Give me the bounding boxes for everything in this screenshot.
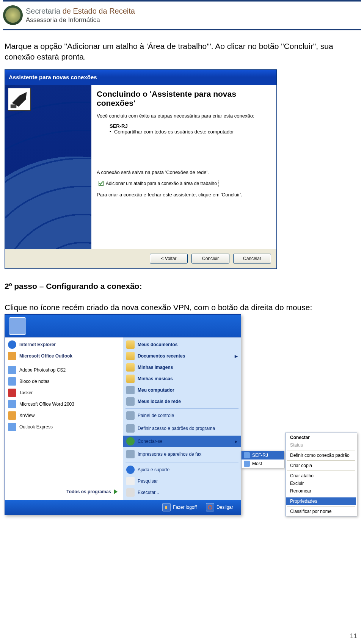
connect-flyout: SEF-RJ Most <box>241 451 284 468</box>
folder-icon <box>126 363 135 372</box>
sm-item-word[interactable]: Microsoft Office Word 2003 <box>5 398 123 410</box>
sm-item-printers[interactable]: Impressoras e aparelhos de fax <box>123 447 241 461</box>
ctx-copy[interactable]: Criar cópia <box>286 462 356 469</box>
sm-item-mymusic[interactable]: Minhas músicas <box>123 373 241 384</box>
sm-item-run[interactable]: Executar... <box>123 487 241 498</box>
folder-icon <box>126 375 135 383</box>
wizard-checkbox-label: Adicionar um atalho para a conexão à áre… <box>106 181 217 186</box>
notepad-icon <box>8 377 16 386</box>
ctx-connect[interactable]: Conectar <box>286 434 356 441</box>
cancel-button[interactable]: Cancelar <box>233 254 271 263</box>
ctx-sort[interactable]: Classificar por nome <box>286 508 356 515</box>
run-icon <box>126 488 135 497</box>
wizard-title: Assistente para novas conexões <box>9 74 97 80</box>
computer-icon <box>126 386 135 394</box>
tasker-icon <box>8 389 16 397</box>
finish-button[interactable]: Concluir <box>191 254 229 263</box>
ctx-status: Status <box>286 441 356 449</box>
sm-item-connect[interactable]: Conectar-se▶ <box>123 436 241 447</box>
start-menu-header <box>5 315 241 337</box>
step-heading: 2º passo – Configurando a conexão: <box>0 269 364 295</box>
wizard-p2: A conexão será salva na pasta 'Conexões … <box>97 169 268 176</box>
word-icon <box>8 400 16 408</box>
sm-item-network[interactable]: Meus locais de rede <box>123 396 241 407</box>
sm-item-mydocs[interactable]: Meus documentos <box>123 339 241 350</box>
xnview-icon <box>8 411 16 420</box>
control-panel-icon <box>126 411 135 420</box>
back-button[interactable]: < Voltar <box>150 254 188 263</box>
sm-item-outlookexpress[interactable]: Outlook Express <box>5 421 123 433</box>
state-emblem-icon <box>3 5 23 25</box>
outlookexpress-icon <box>8 423 16 431</box>
sm-item-controlpanel[interactable]: Painel de controle <box>123 410 241 421</box>
sm-item-help[interactable]: Ajuda e suporte <box>123 464 241 475</box>
ctx-rename[interactable]: Renomear <box>286 487 356 495</box>
ctx-delete[interactable]: Excluir <box>286 480 356 487</box>
context-menu: Conectar Status Definir como conexão pad… <box>285 433 357 516</box>
wizard-checkbox-row[interactable]: Adicionar um atalho para a conexão à áre… <box>97 180 219 187</box>
flyout-item-sefrj[interactable]: SEF-RJ <box>242 451 284 460</box>
start-menu: Internet Explorer Microsoft Office Outlo… <box>5 314 241 515</box>
wizard-footer: < Voltar Concluir Cancelar <box>5 249 276 268</box>
network-icon <box>126 397 135 406</box>
help-icon <box>126 466 135 474</box>
page-number: 11 <box>350 632 357 640</box>
logoff-icon <box>162 503 171 511</box>
header-line2: Assessoria de Informática <box>26 16 135 24</box>
connect-icon <box>126 437 135 445</box>
chevron-right-icon: ▶ <box>235 354 238 358</box>
start-menu-footer: Fazer logoff Desligar <box>5 500 241 515</box>
folder-icon <box>126 340 135 349</box>
header-line1: Secretaria de Estado da Receita <box>26 6 135 16</box>
sm-item-recentdocs[interactable]: Documentos recentes▶ <box>123 350 241 362</box>
shutdown-icon <box>206 503 214 511</box>
triangle-right-icon <box>114 489 118 494</box>
sm-item-myimages[interactable]: Minhas imagens <box>123 362 241 373</box>
wizard-side-graphic <box>5 85 91 249</box>
svg-rect-1 <box>11 104 16 108</box>
sm-item-tasker[interactable]: Tasker <box>5 387 123 398</box>
sm-item-ie[interactable]: Internet Explorer <box>5 339 123 350</box>
start-menu-left-column: Internet Explorer Microsoft Office Outlo… <box>5 337 123 500</box>
instruction-para-1: Marque a opção "Adicionar um atalho à 'Á… <box>0 30 364 69</box>
logoff-button[interactable]: Fazer logoff <box>162 503 197 511</box>
vpn-icon <box>244 461 250 467</box>
vpn-icon <box>244 452 250 458</box>
outlook-icon <box>8 352 16 360</box>
wizard-title-bar: Assistente para novas conexões <box>5 70 276 85</box>
sm-item-xnview[interactable]: XnView <box>5 410 123 421</box>
checkbox-checked-icon[interactable] <box>99 181 104 186</box>
sm-all-programs[interactable]: Todos os programas <box>5 485 123 498</box>
program-access-icon <box>126 424 135 433</box>
sm-item-photoshop[interactable]: Adobe Photoshop CS2 <box>5 364 123 376</box>
ctx-properties[interactable]: Propriedades <box>286 497 356 505</box>
sm-item-search[interactable]: Pesquisar <box>123 475 241 487</box>
document-header: Secretaria de Estado da Receita Assessor… <box>0 3 364 27</box>
sm-item-mycomputer[interactable]: Meu computador <box>123 384 241 396</box>
wizard-dialog: Assistente para novas conexões Concluind… <box>5 69 277 269</box>
instruction-para-2: Clique no ícone recém criado da nova con… <box>0 295 364 314</box>
sm-item-programaccess[interactable]: Definir acesso e padrões do programa <box>123 421 241 436</box>
wizard-p1: Você concluiu com êxito as etapas necess… <box>97 113 268 119</box>
network-plug-icon <box>8 88 31 111</box>
chevron-right-icon: ▶ <box>235 439 238 444</box>
start-menu-right-column: Meus documentos Documentos recentes▶ Min… <box>123 337 241 500</box>
printer-icon <box>126 450 135 458</box>
search-icon <box>126 477 135 485</box>
wizard-bullet-share: Compartilhar com todos os usuários deste… <box>114 129 268 135</box>
ie-icon <box>8 340 16 349</box>
folder-icon <box>126 352 135 360</box>
shutdown-button[interactable]: Desligar <box>206 503 233 511</box>
wizard-p3: Para criar a conexão e fechar este assis… <box>97 192 268 198</box>
flyout-item-most[interactable]: Most <box>242 460 284 468</box>
ctx-shortcut[interactable]: Criar atalho <box>286 472 356 480</box>
ctx-set-default[interactable]: Definir como conexão padrão <box>286 452 356 459</box>
sm-item-outlook[interactable]: Microsoft Office Outlook <box>5 350 123 362</box>
wizard-connection-name: SER-RJ <box>110 123 268 129</box>
sm-item-notepad[interactable]: Bloco de notas <box>5 376 123 387</box>
user-avatar-icon <box>9 317 26 335</box>
wizard-heading: Concluindo o 'Assistente para novas cone… <box>97 89 268 108</box>
photoshop-icon <box>8 366 16 374</box>
